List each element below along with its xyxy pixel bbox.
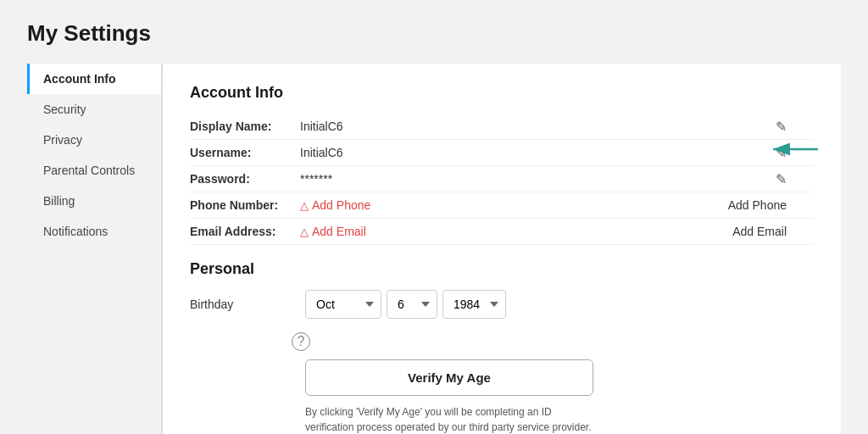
birthday-month-select[interactable]: Oct JanFebMar AprMayJun JulAugSep NovDec	[305, 290, 381, 319]
password-label: Password:	[190, 172, 300, 186]
personal-title: Personal	[190, 260, 814, 278]
email-warning-icon: △	[300, 225, 309, 238]
password-edit-icon[interactable]: ✎	[776, 171, 787, 187]
sidebar-item-security[interactable]: Security	[27, 94, 161, 125]
email-add-label[interactable]: Add Email	[732, 225, 787, 238]
sidebar-item-account-info[interactable]: Account Info	[27, 64, 161, 94]
sidebar-item-parental-controls[interactable]: Parental Controls	[27, 155, 161, 186]
display-name-edit-icon[interactable]: ✎	[776, 119, 787, 135]
password-value: *******	[300, 172, 332, 186]
sidebar-item-notifications[interactable]: Notifications	[27, 216, 161, 247]
birthday-selects: Oct JanFebMar AprMayJun JulAugSep NovDec…	[305, 290, 506, 319]
birthday-day-select[interactable]: 6 1234 578910	[387, 290, 437, 319]
email-add-link[interactable]: △ Add Email	[300, 225, 366, 238]
page-title: My Settings	[27, 20, 841, 47]
birthday-question-area: ?	[292, 329, 814, 351]
arrow-annotation	[737, 136, 822, 164]
display-name-value: InitialC6	[300, 120, 343, 133]
display-name-row: Display Name: InitialC6 ✎	[190, 114, 814, 140]
birthday-row: Birthday Oct JanFebMar AprMayJun JulAugS…	[190, 290, 814, 319]
account-info-section: Account Info Display Name: InitialC6 ✎ U…	[190, 84, 814, 245]
phone-add-label[interactable]: Add Phone	[728, 198, 787, 212]
phone-number-label: Phone Number:	[190, 198, 300, 212]
verify-description: By clicking 'Verify My Age' you will be …	[305, 404, 593, 434]
username-row: Username: InitialC6 ✎	[190, 140, 814, 166]
phone-number-row: Phone Number: △ Add Phone Add Phone	[190, 192, 814, 219]
verify-age-button[interactable]: Verify My Age	[305, 359, 593, 396]
sidebar-item-privacy[interactable]: Privacy	[27, 125, 161, 155]
email-address-label: Email Address:	[190, 225, 300, 238]
personal-section: Personal Birthday Oct JanFebMar AprMayJu…	[190, 260, 814, 434]
display-name-label: Display Name:	[190, 120, 300, 133]
sidebar-item-billing[interactable]: Billing	[27, 186, 161, 216]
birthday-year-select[interactable]: 1984 198019811982 19831985	[442, 290, 506, 319]
question-icon[interactable]: ?	[292, 332, 310, 351]
password-row: Password: ******* ✎	[190, 166, 814, 192]
birthday-label: Birthday	[190, 298, 292, 311]
sidebar: Account Info Security Privacy Parental C…	[27, 64, 163, 434]
main-content: Account Info Display Name: InitialC6 ✎ U…	[163, 64, 841, 434]
phone-add-link[interactable]: △ Add Phone	[300, 198, 370, 212]
phone-warning-icon: △	[300, 199, 309, 212]
email-address-row: Email Address: △ Add Email Add Email	[190, 219, 814, 245]
username-label: Username:	[190, 146, 300, 159]
account-info-title: Account Info	[190, 84, 814, 102]
username-value: InitialC6	[300, 146, 343, 159]
